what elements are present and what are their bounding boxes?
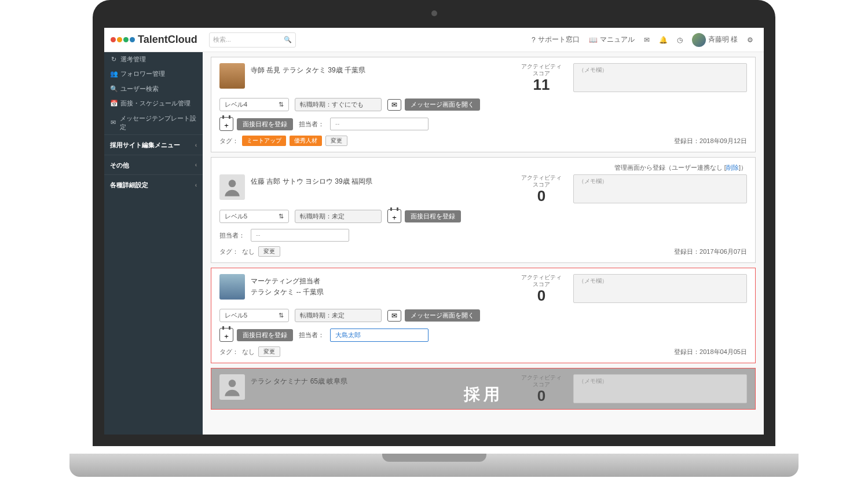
score-value: 0 bbox=[521, 188, 562, 203]
assignee-label: 担当者： bbox=[299, 120, 324, 129]
memo-field[interactable]: （メモ欄） bbox=[573, 63, 747, 92]
sidebar-section-settings[interactable]: 各種詳細設定‹ bbox=[104, 174, 203, 194]
tags-row: タグ： なし 変更 bbox=[219, 346, 280, 357]
calendar-icon: 📅 bbox=[110, 99, 117, 108]
search-input[interactable]: 検索... 🔍 bbox=[209, 32, 296, 48]
candidate-card-hired: テラシ タケミナナ 65歳 岐阜県 アクティビティスコア 0 （メモ欄） 採用 bbox=[211, 368, 756, 410]
tags-row: タグ： ミートアップ 優秀人材 変更 bbox=[219, 136, 347, 146]
open-message-button[interactable]: ✉メッセージ画面を開く bbox=[387, 309, 480, 322]
register-interview-button[interactable]: +面接日程を登録 bbox=[387, 209, 461, 223]
sidebar-item-schedule[interactable]: 📅面接・スケジュール管理 bbox=[104, 96, 203, 111]
registration-date: 登録日：2018年04月05日 bbox=[674, 348, 747, 356]
candidate-avatar bbox=[219, 63, 245, 89]
memo-field[interactable]: （メモ欄） bbox=[573, 374, 747, 403]
activity-score: アクティビティスコア 0 bbox=[521, 174, 562, 203]
activity-score: アクティビティスコア 0 bbox=[521, 374, 562, 403]
tags-none: なし bbox=[242, 348, 255, 356]
logo-dots-icon bbox=[110, 37, 135, 42]
support-link[interactable]: ?サポート窓口 bbox=[532, 35, 580, 45]
change-tags-button[interactable]: 変更 bbox=[325, 136, 347, 146]
open-message-button[interactable]: ✉メッセージ画面を開く bbox=[387, 98, 480, 111]
sidebar-item-templates[interactable]: ✉メッセージテンプレート設定 bbox=[104, 111, 203, 135]
chevron-left-icon: ‹ bbox=[195, 141, 197, 149]
calendar-plus-icon: + bbox=[387, 209, 401, 223]
brand-text: TalentCloud bbox=[138, 34, 197, 46]
tag[interactable]: ミートアップ bbox=[242, 136, 286, 146]
transfer-timing: 転職時期：未定 bbox=[295, 309, 382, 322]
chevron-left-icon: ‹ bbox=[195, 181, 197, 189]
user-menu[interactable]: 斉藤明 様 bbox=[692, 33, 738, 47]
calendar-plus-icon: + bbox=[219, 117, 233, 131]
candidate-name: テラシ タケミ -- 千葉県 bbox=[251, 287, 515, 297]
score-value: 11 bbox=[521, 77, 562, 92]
sidebar-section-other[interactable]: その他‹ bbox=[104, 155, 203, 174]
avatar-icon bbox=[692, 33, 706, 47]
tag[interactable]: 優秀人材 bbox=[290, 136, 322, 146]
transfer-timing: 転職時期：すぐにでも bbox=[295, 98, 382, 111]
candidate-card: 寺師 岳見 テラシ タケミ 39歳 千葉県 アクティビティスコア 11 （メモ欄… bbox=[211, 57, 756, 152]
refresh-icon: ↻ bbox=[110, 55, 117, 64]
assignee-input[interactable]: -- bbox=[251, 229, 349, 242]
register-interview-button[interactable]: +面接日程を登録 bbox=[219, 117, 293, 131]
hired-overlay-label: 採用 bbox=[464, 384, 503, 406]
svg-point-1 bbox=[229, 379, 236, 387]
settings-icon[interactable]: ⚙ bbox=[747, 36, 753, 44]
memo-field[interactable]: （メモ欄） bbox=[573, 274, 747, 303]
assignee-label: 担当者： bbox=[299, 331, 324, 340]
activity-score: アクティビティスコア 0 bbox=[521, 274, 562, 303]
level-select[interactable]: レベル4⇅ bbox=[219, 98, 289, 111]
search-placeholder: 検索... bbox=[213, 35, 231, 44]
registration-date: 登録日：2017年06月07日 bbox=[674, 247, 747, 256]
candidate-name: 佐藤 吉郎 サトウ ヨシロウ 39歳 福岡県 bbox=[251, 177, 515, 187]
level-select[interactable]: レベル5⇅ bbox=[219, 210, 289, 223]
tags-row: タグ： なし 変更 bbox=[219, 246, 280, 257]
users-icon: 👥 bbox=[110, 70, 117, 78]
delete-link[interactable]: 削除 bbox=[726, 164, 739, 171]
sidebar-item-user-search[interactable]: 🔍ユーザー検索 bbox=[104, 82, 203, 96]
sidebar-item-followers[interactable]: 👥フォロワー管理 bbox=[104, 67, 203, 81]
tags-label: タグ： bbox=[219, 247, 239, 256]
score-value: 0 bbox=[521, 288, 562, 303]
candidate-name: 寺師 岳見 テラシ タケミ 39歳 千葉県 bbox=[251, 65, 515, 75]
change-tags-button[interactable]: 変更 bbox=[258, 246, 280, 257]
memo-field[interactable]: （メモ欄） bbox=[573, 174, 747, 203]
brand-logo: TalentCloud bbox=[110, 34, 197, 46]
score-value: 0 bbox=[521, 388, 562, 403]
change-tags-button[interactable]: 変更 bbox=[258, 346, 280, 357]
tags-label: タグ： bbox=[219, 137, 239, 145]
calendar-plus-icon: + bbox=[219, 328, 233, 342]
tags-none: なし bbox=[242, 247, 255, 256]
candidate-card: マーケティング担当者 テラシ タケミ -- 千葉県 アクティビティスコア 0 （… bbox=[211, 268, 756, 363]
tags-label: タグ： bbox=[219, 348, 239, 356]
bell-icon[interactable]: 🔔 bbox=[659, 36, 668, 44]
sidebar-item-selection[interactable]: ↻選考管理 bbox=[104, 52, 203, 67]
select-arrows-icon: ⇅ bbox=[279, 213, 284, 220]
candidate-avatar bbox=[219, 374, 245, 400]
svg-point-0 bbox=[229, 180, 236, 187]
chevron-left-icon: ‹ bbox=[195, 161, 197, 169]
assignee-input[interactable]: -- bbox=[330, 118, 428, 130]
question-icon: ? bbox=[532, 36, 536, 44]
mail-icon[interactable]: ✉ bbox=[644, 36, 650, 44]
envelope-icon: ✉ bbox=[387, 310, 401, 322]
candidate-avatar bbox=[219, 174, 245, 200]
envelope-icon: ✉ bbox=[387, 99, 401, 111]
mail-icon: ✉ bbox=[110, 118, 116, 127]
candidate-avatar bbox=[219, 274, 245, 300]
activity-score: アクティビティスコア 11 bbox=[521, 63, 562, 92]
main-content: 寺師 岳見 テラシ タケミ 39歳 千葉県 アクティビティスコア 11 （メモ欄… bbox=[203, 52, 764, 435]
book-icon: 📖 bbox=[589, 36, 598, 44]
search-icon: 🔍 bbox=[110, 85, 117, 93]
candidate-card: 管理画面から登録（ユーザー連携なし [削除]） 佐藤 吉郎 サトウ ヨシロウ 3… bbox=[211, 157, 756, 263]
transfer-timing: 転職時期：未定 bbox=[295, 210, 382, 223]
assignee-input[interactable]: 大島太郎 bbox=[330, 329, 428, 342]
sidebar-section-site-edit[interactable]: 採用サイト編集メニュー‹ bbox=[104, 134, 203, 154]
register-interview-button[interactable]: +面接日程を登録 bbox=[219, 328, 293, 342]
registration-date: 登録日：2018年09月12日 bbox=[674, 137, 747, 145]
clock-icon[interactable]: ◷ bbox=[677, 36, 683, 44]
topbar: TalentCloud 検索... 🔍 ?サポート窓口 📖マニュアル ✉ 🔔 ◷… bbox=[104, 28, 764, 52]
candidate-title: マーケティング担当者 bbox=[251, 276, 515, 286]
assignee-label: 担当者： bbox=[219, 231, 245, 240]
manual-link[interactable]: 📖マニュアル bbox=[589, 35, 635, 45]
level-select[interactable]: レベル5⇅ bbox=[219, 309, 289, 322]
